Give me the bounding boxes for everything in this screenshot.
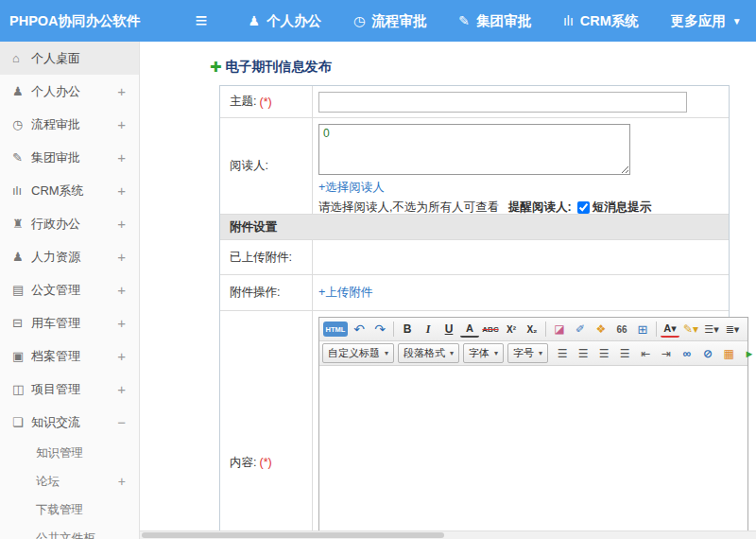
sidebar-subitem-knowledge-management[interactable]: 知识管理 [0,439,139,467]
blockquote-button[interactable]: 66 [612,320,631,339]
dropdown-label: 字体 [469,346,490,360]
underline-button[interactable]: U [439,320,458,339]
undo-button[interactable]: ↶ [350,320,369,339]
sidebar-item-crm-system[interactable]: ılı CRM系统 + [0,174,139,207]
insert-table-button[interactable]: ⊞ [633,320,652,339]
remove-link-button[interactable]: ⊘ [698,344,717,363]
sidebar-item-admin-office[interactable]: ♜ 行政办公 + [0,207,139,240]
horizontal-scrollbar-thumb[interactable] [142,532,444,538]
indent-button[interactable]: ⇥ [657,344,676,363]
topnav-personal-office[interactable]: ♟ 个人办公 [248,12,321,30]
subject-input[interactable] [318,92,687,113]
font-family-dropdown[interactable]: 字体 ▾ [463,343,504,363]
plus-icon: + [118,474,126,489]
sidebar-item-label: 项目管理 [31,381,80,398]
insert-media-button[interactable]: ► [740,344,756,363]
italic-button[interactable]: I [419,320,438,339]
required-mark: (*) [259,456,271,469]
select-readers-link[interactable]: +选择阅读人 [318,181,385,194]
topbar: PHPOA协同办公软件 ≡ ♟ 个人办公 ◷ 流程审批 ✎ 集团审批 ılı C… [0,0,756,42]
sidebar-item-personal-office[interactable]: ♟ 个人办公 + [0,75,139,108]
rich-text-editor: HTML ↶ ↷ B I U A ABC X² X₂ ◪ [318,317,748,539]
topnav-group-approval[interactable]: ✎ 集团审批 [458,12,531,30]
remind-readers-label: 提醒阅读人: [508,200,572,216]
sidebar-item-group-approval[interactable]: ✎ 集团审批 + [0,141,139,174]
sms-checkbox[interactable] [577,201,590,214]
sidebar-item-archive-management[interactable]: ▣ 档案管理 + [0,339,139,373]
font-size-dropdown[interactable]: 字号 ▾ [507,343,548,363]
document-icon: ▤ [12,283,31,297]
sidebar-item-knowledge-exchange[interactable]: ❏ 知识交流 − [0,406,139,439]
clock-icon: ◷ [12,117,31,131]
attachment-op-label-cell: 附件操作: [220,275,313,310]
plus-icon: + [117,348,126,364]
insert-image-button[interactable]: ▦ [719,344,738,363]
font-attr-button[interactable]: A [460,322,479,338]
sidebar-item-human-resources[interactable]: ♟ 人力资源 + [0,240,139,273]
align-justify-button[interactable]: ☰ [615,344,634,363]
uploaded-attachments-row: 已上传附件: [220,240,729,275]
sidebar-item-document-management[interactable]: ▤ 公文管理 + [0,273,139,306]
sidebar-item-workflow-approval[interactable]: ◷ 流程审批 + [0,108,139,141]
sidebar-item-label: 流程审批 [31,116,80,133]
align-right-button[interactable]: ☰ [594,344,613,363]
strikethrough-button[interactable]: ABC [481,320,500,339]
dropdown-label: 自定义标题 [328,346,380,360]
sidebar-item-personal-desktop[interactable]: ⌂ 个人桌面 [0,42,139,75]
toolbar-separator [656,322,657,337]
content-value-cell: HTML ↶ ↷ B I U A ABC X² X₂ ◪ [313,311,754,539]
readers-links: +选择阅读人 [318,180,723,196]
sidebar-subitem-forum[interactable]: 论坛 + [0,467,139,496]
readers-hint-line: 请选择阅读人,不选为所有人可查看 提醒阅读人: 短消息提示 [318,200,723,216]
remove-format-button[interactable]: ◪ [550,320,569,339]
uploaded-attachments-label: 已上传附件: [230,250,292,266]
insert-link-button[interactable]: ∞ [678,344,696,363]
topnav-label: 集团审批 [476,12,531,30]
topnav-label: 个人办公 [266,12,321,30]
numbered-list-button[interactable]: ≣▾ [723,320,742,339]
styles-brush-button[interactable]: ❖ [592,320,610,339]
minus-icon: − [117,414,126,430]
sidebar-item-vehicle-management[interactable]: ⊟ 用车管理 + [0,306,139,339]
sidebar-subitem-download-management[interactable]: 下载管理 [0,496,139,524]
content-row: 内容: (*) HTML ↶ ↷ B I U A [220,311,729,539]
chevron-down-icon: ▾ [539,349,542,357]
outdent-button[interactable]: ⇤ [636,344,655,363]
edit-icon: ✎ [458,13,470,28]
format-painter-button[interactable]: ✐ [571,320,590,339]
uploaded-label-cell: 已上传附件: [220,240,313,274]
plus-icon: + [117,315,126,331]
bold-button[interactable]: B [398,320,417,339]
horizontal-scrollbar [140,530,756,539]
align-center-button[interactable]: ☰ [574,344,593,363]
bar-chart-icon: ılı [563,13,574,28]
dropdown-label: 段落格式 [404,346,445,360]
subscript-button[interactable]: X₂ [523,320,541,339]
topnav-more-apps[interactable]: 更多应用 ▼ [671,12,742,30]
hamburger-menu-icon[interactable]: ≡ [196,10,208,31]
font-color-button[interactable]: A▾ [661,322,679,338]
chevron-down-icon: ▾ [385,349,388,357]
sidebar-item-project-management[interactable]: ◫ 项目管理 + [0,373,139,406]
clock-icon: ◷ [353,13,365,28]
redo-button[interactable]: ↷ [370,320,389,339]
superscript-button[interactable]: X² [502,320,521,339]
bullet-list-button[interactable]: ☰▾ [702,320,721,339]
editor-toolbar-row2: 自定义标题 ▾ 段落格式 ▾ 字体 ▾ [319,341,747,366]
align-left-button[interactable]: ☰ [553,344,572,363]
html-source-button[interactable]: HTML [323,322,348,337]
topnav-crm-system[interactable]: ılı CRM系统 [563,12,639,30]
topnav-workflow-approval[interactable]: ◷ 流程审批 [353,12,426,30]
person-icon: ♟ [12,84,31,98]
paragraph-format-dropdown[interactable]: 段落格式 ▾ [398,343,459,363]
upload-attachment-link[interactable]: +上传附件 [318,285,372,301]
publish-form: 主题: (*) 阅读人: 0 +选择阅读人 请选择阅读人,不选为所 [219,85,730,539]
highlight-color-button[interactable]: ✎▾ [681,320,700,339]
custom-title-dropdown[interactable]: 自定义标题 ▾ [322,343,394,363]
attachment-section-header: 附件设置 [220,215,729,240]
content-label-cell: 内容: (*) [220,311,313,539]
sidebar-subitem-public-file-cabinet[interactable]: 公共文件柜 [0,524,139,539]
readers-textarea[interactable]: 0 [318,124,630,175]
editor-content-area[interactable] [319,366,747,539]
sidebar-subitem-label: 论坛 [36,474,60,490]
